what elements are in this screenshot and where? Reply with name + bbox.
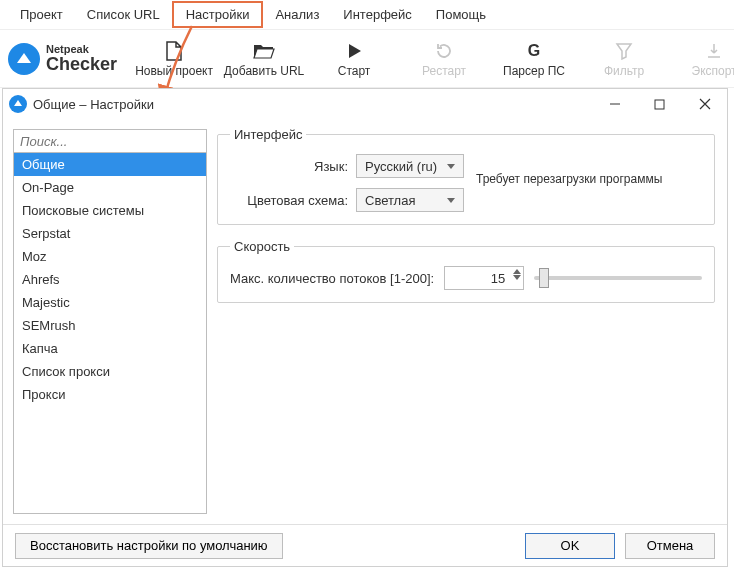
settings-categories: Общие On-Page Поисковые системы Serpstat… (13, 153, 207, 514)
sidebar-item-general[interactable]: Общие (14, 153, 206, 176)
interface-legend: Интерфейс (230, 127, 306, 142)
sidebar-item-search-engines[interactable]: Поисковые системы (14, 199, 206, 222)
folder-open-icon (253, 40, 275, 62)
toolbar-row: Netpeak Checker Новый проект Добавить UR… (0, 30, 734, 88)
search-input[interactable] (13, 129, 207, 153)
language-label: Язык: (230, 159, 348, 174)
dialog-footer: Восстановить настройки по умолчанию OK О… (3, 524, 727, 566)
tool-new-project[interactable]: Новый проект (129, 32, 219, 86)
chevron-down-icon (447, 198, 455, 203)
interface-group: Интерфейс Язык: Русский (ru) Цветовая сх… (217, 127, 715, 225)
tool-parser-label: Парсер ПС (503, 64, 565, 78)
sidebar-item-majestic[interactable]: Majestic (14, 291, 206, 314)
tool-start-label: Старт (338, 64, 371, 78)
sidebar-item-proxy[interactable]: Прокси (14, 383, 206, 406)
tool-export: Экспорт (669, 32, 734, 86)
restart-note: Требует перезагрузки программы (476, 172, 662, 186)
language-value: Русский (ru) (365, 159, 437, 174)
color-scheme-select[interactable]: Светлая (356, 188, 464, 212)
threads-label: Макс. количество потоков [1-200]: (230, 271, 434, 286)
spinner-down-icon[interactable] (513, 275, 521, 280)
tool-restart: Рестарт (399, 32, 489, 86)
g-icon: G (525, 40, 543, 62)
brand-line2: Checker (46, 55, 117, 73)
color-scheme-label: Цветовая схема: (230, 193, 348, 208)
sidebar-item-semrush[interactable]: SEMrush (14, 314, 206, 337)
dialog-logo-icon (9, 95, 27, 113)
dialog-title: Общие – Настройки (33, 97, 154, 112)
funnel-icon (615, 40, 633, 62)
sidebar-item-ahrefs[interactable]: Ahrefs (14, 268, 206, 291)
ok-button[interactable]: OK (525, 533, 615, 559)
minimize-icon (609, 98, 621, 110)
tool-export-label: Экспорт (692, 64, 735, 78)
menu-analysis[interactable]: Анализ (263, 3, 331, 26)
settings-sidebar: Общие On-Page Поисковые системы Serpstat… (3, 119, 217, 524)
svg-text:G: G (528, 42, 540, 59)
sidebar-item-moz[interactable]: Moz (14, 245, 206, 268)
menu-settings[interactable]: Настройки (172, 1, 264, 28)
sidebar-item-serpstat[interactable]: Serpstat (14, 222, 206, 245)
menu-project[interactable]: Проект (8, 3, 75, 26)
file-icon (165, 40, 183, 62)
color-scheme-value: Светлая (365, 193, 415, 208)
tool-add-url[interactable]: Добавить URL (219, 32, 309, 86)
menu-interface[interactable]: Интерфейс (331, 3, 423, 26)
sidebar-item-captcha[interactable]: Капча (14, 337, 206, 360)
language-select[interactable]: Русский (ru) (356, 154, 464, 178)
restore-defaults-button[interactable]: Восстановить настройки по умолчанию (15, 533, 283, 559)
tool-restart-label: Рестарт (422, 64, 466, 78)
close-button[interactable] (682, 89, 727, 119)
play-icon (346, 40, 362, 62)
tool-new-project-label: Новый проект (135, 64, 213, 78)
tool-start[interactable]: Старт (309, 32, 399, 86)
dialog-titlebar: Общие – Настройки (3, 89, 727, 119)
settings-dialog: Общие – Настройки Общие On-Page Поисковы… (2, 88, 728, 567)
speed-group: Скорость Макс. количество потоков [1-200… (217, 239, 715, 303)
brand-logo-icon (8, 43, 40, 75)
speed-legend: Скорость (230, 239, 294, 254)
threads-slider[interactable] (534, 268, 702, 288)
sidebar-item-proxy-list[interactable]: Список прокси (14, 360, 206, 383)
sidebar-item-onpage[interactable]: On-Page (14, 176, 206, 199)
tool-parser[interactable]: G Парсер ПС (489, 32, 579, 86)
brand-text: Netpeak Checker (46, 44, 117, 73)
cancel-button[interactable]: Отмена (625, 533, 715, 559)
export-icon (705, 40, 723, 62)
chevron-down-icon (447, 164, 455, 169)
svg-rect-1 (655, 100, 664, 109)
maximize-button[interactable] (637, 89, 682, 119)
menu-url-list[interactable]: Список URL (75, 3, 172, 26)
tool-filter-label: Фильтр (604, 64, 644, 78)
window-controls (592, 89, 727, 119)
spinner-up-icon[interactable] (513, 269, 521, 274)
minimize-button[interactable] (592, 89, 637, 119)
menu-bar: Проект Список URL Настройки Анализ Интер… (0, 0, 734, 30)
maximize-icon (654, 99, 665, 110)
menu-help[interactable]: Помощь (424, 3, 498, 26)
toolbar: Новый проект Добавить URL Старт Рестарт … (129, 32, 734, 86)
slider-thumb[interactable] (539, 268, 549, 288)
refresh-icon (435, 40, 453, 62)
tool-filter: Фильтр (579, 32, 669, 86)
settings-content: Интерфейс Язык: Русский (ru) Цветовая сх… (217, 119, 727, 524)
threads-spinner[interactable]: 15 (444, 266, 524, 290)
tool-add-url-label: Добавить URL (224, 64, 304, 78)
slider-track (534, 276, 702, 280)
close-icon (699, 98, 711, 110)
threads-value: 15 (491, 271, 505, 286)
brand: Netpeak Checker (8, 43, 117, 75)
